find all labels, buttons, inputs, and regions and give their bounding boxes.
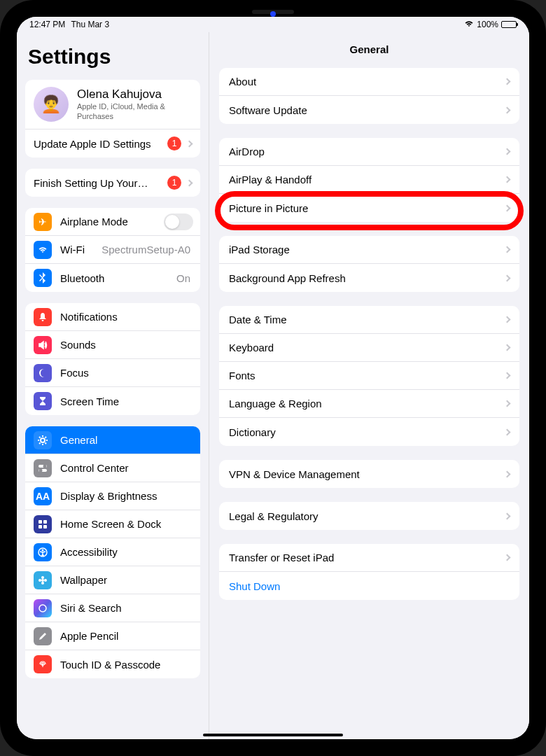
touch-id-passcode-row[interactable]: Touch ID & Passcode bbox=[25, 650, 200, 678]
airplane-mode-toggle[interactable] bbox=[164, 214, 193, 230]
siri-search-row[interactable]: Siri & Search bbox=[25, 594, 200, 622]
chevron-right-icon bbox=[504, 106, 511, 113]
airdrop-row[interactable]: AirDrop bbox=[219, 138, 519, 166]
focus-row[interactable]: Focus bbox=[25, 359, 200, 387]
detail-pane: General About Software Update AirDrop Ai… bbox=[209, 32, 529, 739]
screen-time-row[interactable]: Screen Time bbox=[25, 387, 200, 415]
general-row[interactable]: General bbox=[25, 426, 200, 454]
svg-point-13 bbox=[41, 582, 44, 584]
status-date: Thu Mar 3 bbox=[71, 20, 109, 29]
battery-icon bbox=[501, 21, 517, 28]
chevron-right-icon bbox=[504, 78, 511, 85]
svg-point-0 bbox=[41, 438, 45, 442]
chevron-right-icon bbox=[504, 554, 511, 561]
sounds-row[interactable]: Sounds bbox=[25, 331, 200, 359]
profile-subtitle: Apple ID, iCloud, Media & Purchases bbox=[77, 102, 192, 122]
transfer-reset-row[interactable]: Transfer or Reset iPad bbox=[219, 544, 519, 572]
hourglass-icon bbox=[34, 392, 52, 410]
chevron-right-icon bbox=[504, 512, 511, 519]
pencil-icon bbox=[34, 627, 52, 645]
chevron-right-icon bbox=[504, 176, 511, 183]
bluetooth-row[interactable]: Bluetooth On bbox=[25, 264, 200, 292]
background-app-refresh-row[interactable]: Background App Refresh bbox=[219, 264, 519, 292]
badge: 1 bbox=[167, 176, 181, 190]
language-region-row[interactable]: Language & Region bbox=[219, 390, 519, 418]
software-update-row[interactable]: Software Update bbox=[219, 96, 519, 124]
svg-point-11 bbox=[41, 579, 44, 582]
chevron-right-icon bbox=[504, 428, 511, 435]
wifi-row[interactable]: Wi-Fi SpectrumSetup-A0 bbox=[25, 236, 200, 264]
battery-percent: 100% bbox=[477, 20, 498, 29]
svg-point-14 bbox=[38, 579, 41, 582]
svg-rect-6 bbox=[43, 520, 47, 524]
keyboard-row[interactable]: Keyboard bbox=[219, 334, 519, 362]
chevron-right-icon bbox=[504, 400, 511, 407]
notifications-row[interactable]: Notifications bbox=[25, 303, 200, 331]
svg-point-10 bbox=[42, 549, 44, 551]
home-screen-dock-row[interactable]: Home Screen & Dock bbox=[25, 510, 200, 538]
moon-icon bbox=[34, 364, 52, 382]
svg-point-12 bbox=[41, 576, 44, 579]
svg-rect-7 bbox=[38, 525, 42, 528]
bell-icon bbox=[34, 308, 52, 326]
chevron-right-icon bbox=[504, 344, 511, 351]
picture-in-picture-row[interactable]: Picture in Picture bbox=[219, 194, 519, 222]
chevron-right-icon bbox=[504, 274, 511, 281]
bluetooth-value: On bbox=[176, 272, 190, 284]
apple-pencil-row[interactable]: Apple Pencil bbox=[25, 622, 200, 650]
ipad-storage-row[interactable]: iPad Storage bbox=[219, 236, 519, 264]
update-apple-id-row[interactable]: Update Apple ID Settings 1 bbox=[25, 130, 200, 158]
wifi-value: SpectrumSetup-A0 bbox=[102, 244, 190, 255]
wallpaper-row[interactable]: Wallpaper bbox=[25, 566, 200, 594]
home-indicator[interactable] bbox=[203, 734, 343, 736]
status-time: 12:47 PM bbox=[29, 20, 65, 29]
chevron-right-icon bbox=[504, 372, 511, 379]
wifi-icon bbox=[34, 241, 52, 259]
profile-row[interactable]: 🧑‍🦱 Olena Kahujova Apple ID, iCloud, Med… bbox=[25, 80, 200, 130]
finish-setup-row[interactable]: Finish Setting Up Your… 1 bbox=[25, 169, 200, 197]
badge: 1 bbox=[167, 136, 181, 150]
page-title: General bbox=[209, 32, 529, 68]
fingerprint-icon bbox=[34, 655, 52, 673]
fonts-row[interactable]: Fonts bbox=[219, 362, 519, 390]
chevron-right-icon bbox=[186, 140, 193, 147]
airplane-mode-row[interactable]: ✈ Airplane Mode bbox=[25, 208, 200, 236]
sliders-icon bbox=[34, 459, 52, 477]
airplane-icon: ✈ bbox=[34, 213, 52, 231]
svg-point-3 bbox=[43, 464, 47, 468]
siri-icon bbox=[34, 599, 52, 617]
accessibility-row[interactable]: Accessibility bbox=[25, 538, 200, 566]
profile-name: Olena Kahujova bbox=[77, 88, 192, 102]
chevron-right-icon bbox=[504, 204, 511, 211]
chevron-right-icon bbox=[504, 148, 511, 155]
gear-icon bbox=[34, 431, 52, 449]
avatar: 🧑‍🦱 bbox=[34, 87, 69, 122]
display-brightness-row[interactable]: AA Display & Brightness bbox=[25, 482, 200, 510]
chevron-right-icon bbox=[504, 470, 511, 477]
bluetooth-icon bbox=[34, 269, 52, 287]
shut-down-row[interactable]: Shut Down bbox=[219, 572, 519, 600]
wifi-icon bbox=[464, 20, 474, 29]
control-center-row[interactable]: Control Center bbox=[25, 454, 200, 482]
about-row[interactable]: About bbox=[219, 68, 519, 96]
accessibility-icon bbox=[34, 543, 52, 561]
settings-sidebar: Settings 🧑‍🦱 Olena Kahujova Apple ID, iC… bbox=[17, 32, 209, 739]
date-time-row[interactable]: Date & Time bbox=[219, 306, 519, 334]
update-apple-id-label: Update Apple ID Settings bbox=[34, 138, 167, 150]
airplay-handoff-row[interactable]: AirPlay & Handoff bbox=[219, 166, 519, 194]
flower-icon bbox=[34, 571, 52, 589]
vpn-device-management-row[interactable]: VPN & Device Management bbox=[219, 460, 519, 488]
chevron-right-icon bbox=[504, 316, 511, 323]
legal-regulatory-row[interactable]: Legal & Regulatory bbox=[219, 502, 519, 530]
chevron-right-icon bbox=[504, 246, 511, 253]
dictionary-row[interactable]: Dictionary bbox=[219, 418, 519, 446]
chevron-right-icon bbox=[186, 179, 193, 186]
svg-rect-8 bbox=[43, 525, 47, 528]
svg-point-4 bbox=[39, 468, 43, 472]
svg-rect-5 bbox=[38, 520, 42, 524]
svg-point-16 bbox=[39, 605, 46, 612]
grid-icon bbox=[34, 515, 52, 533]
status-bar: 12:47 PM Thu Mar 3 100% bbox=[17, 17, 529, 32]
speaker-icon bbox=[34, 336, 52, 354]
svg-point-15 bbox=[44, 579, 47, 582]
